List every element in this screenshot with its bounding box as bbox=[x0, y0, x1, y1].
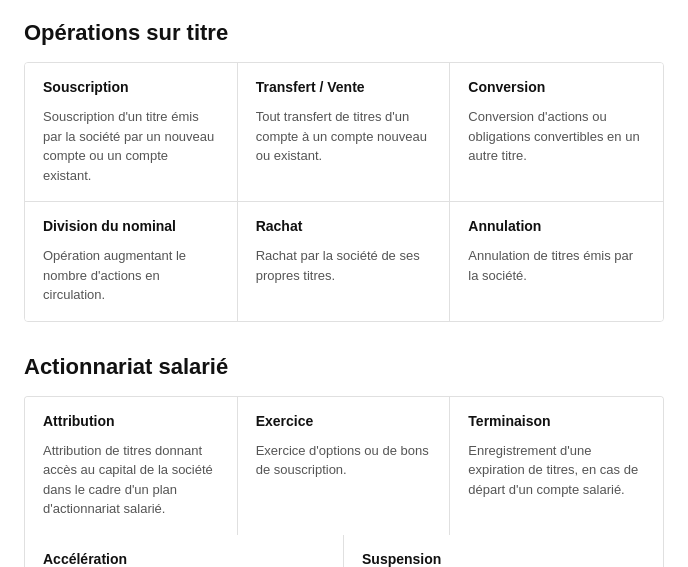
card-conversion: Conversion Conversion d'actions ou oblig… bbox=[450, 63, 663, 202]
card-title-attribution: Attribution bbox=[43, 413, 219, 429]
card-transfert-vente: Transfert / Vente Tout transfert de titr… bbox=[238, 63, 451, 202]
card-desc-attribution: Attribution de titres donnant accès au c… bbox=[43, 441, 219, 519]
card-desc-annulation: Annulation de titres émis par la société… bbox=[468, 246, 645, 285]
card-desc-rachat: Rachat par la société de ses propres tit… bbox=[256, 246, 432, 285]
card-terminaison: Terminaison Enregistrement d'une expirat… bbox=[450, 397, 663, 535]
card-title-conversion: Conversion bbox=[468, 79, 645, 95]
card-title-souscription: Souscription bbox=[43, 79, 219, 95]
card-title-division-du-nominal: Division du nominal bbox=[43, 218, 219, 234]
card-rachat: Rachat Rachat par la société de ses prop… bbox=[238, 202, 451, 321]
card-souscription: Souscription Souscription d'un titre émi… bbox=[25, 63, 238, 202]
card-desc-terminaison: Enregistrement d'une expiration de titre… bbox=[468, 441, 645, 500]
card-title-acceleration: Accélération bbox=[43, 551, 325, 567]
card-title-terminaison: Terminaison bbox=[468, 413, 645, 429]
card-title-annulation: Annulation bbox=[468, 218, 645, 234]
card-desc-souscription: Souscription d'un titre émis par la soci… bbox=[43, 107, 219, 185]
card-desc-exercice: Exercice d'options ou de bons de souscri… bbox=[256, 441, 432, 480]
card-title-exercice: Exercice bbox=[256, 413, 432, 429]
card-division-du-nominal: Division du nominal Opération augmentant… bbox=[25, 202, 238, 321]
card-title-suspension: Suspension bbox=[362, 551, 645, 567]
card-attribution: Attribution Attribution de titres donnan… bbox=[25, 397, 238, 535]
page-container: Opérations sur titre Souscription Souscr… bbox=[24, 20, 664, 567]
card-title-rachat: Rachat bbox=[256, 218, 432, 234]
section-title-operations: Opérations sur titre bbox=[24, 20, 664, 46]
card-exercice: Exercice Exercice d'options ou de bons d… bbox=[238, 397, 451, 535]
card-annulation: Annulation Annulation de titres émis par… bbox=[450, 202, 663, 321]
card-desc-conversion: Conversion d'actions ou obligations conv… bbox=[468, 107, 645, 166]
card-acceleration: Accélération Accélération de l'acquisiti… bbox=[25, 535, 344, 568]
operations-grid: Souscription Souscription d'un titre émi… bbox=[24, 62, 664, 322]
card-desc-division-du-nominal: Opération augmentant le nombre d'actions… bbox=[43, 246, 219, 305]
card-suspension: Suspension Suspension de l'acquisition d… bbox=[344, 535, 663, 568]
section-operations-sur-titre: Opérations sur titre Souscription Souscr… bbox=[24, 20, 664, 322]
card-desc-transfert-vente: Tout transfert de titres d'un compte à u… bbox=[256, 107, 432, 166]
section-title-actionnariat: Actionnariat salarié bbox=[24, 354, 664, 380]
actionnariat-grid-top: Attribution Attribution de titres donnan… bbox=[24, 396, 664, 535]
card-title-transfert-vente: Transfert / Vente bbox=[256, 79, 432, 95]
section-actionnariat-salarie: Actionnariat salarié Attribution Attribu… bbox=[24, 354, 664, 568]
actionnariat-grid-bottom: Accélération Accélération de l'acquisiti… bbox=[24, 535, 664, 568]
